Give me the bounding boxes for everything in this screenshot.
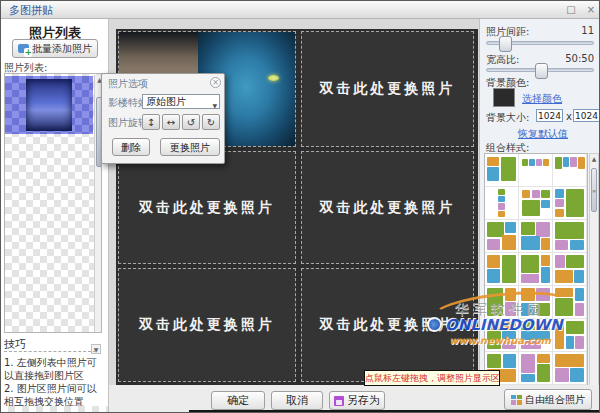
template-block xyxy=(541,190,550,198)
template-thumb[interactable] xyxy=(485,154,519,187)
free-combine-button[interactable]: 自由组合照片 xyxy=(504,389,592,410)
bg-height-input[interactable]: 1024 xyxy=(573,109,600,122)
collage-dialog-window: 多图拼贴 □ × 照片列表 批量添加照片 照片列表: ▲ 技巧 ▼ 1. 左侧列… xyxy=(0,0,600,413)
rotate-cw-button[interactable]: ↻ xyxy=(202,114,220,130)
template-block xyxy=(536,159,542,167)
batch-add-photos-button[interactable]: 批量添加照片 xyxy=(12,39,98,58)
template-thumb[interactable] xyxy=(519,253,553,286)
restore-defaults-link[interactable]: 恢复默认值 xyxy=(518,127,568,141)
template-block xyxy=(555,189,564,198)
template-thumb[interactable] xyxy=(519,319,553,352)
template-thumb[interactable] xyxy=(485,220,519,253)
photo-cell-5[interactable]: 双击此处更换照片 xyxy=(118,268,296,382)
photo-list[interactable]: ▲ xyxy=(4,73,102,333)
template-block xyxy=(487,157,500,167)
ok-button[interactable]: 确定 xyxy=(211,391,265,410)
batch-add-label: 批量添加照片 xyxy=(32,42,92,56)
template-thumb[interactable] xyxy=(519,154,553,187)
size-separator: x xyxy=(566,111,572,122)
template-block xyxy=(502,235,517,250)
template-thumb[interactable] xyxy=(553,187,587,220)
save-as-button[interactable]: 另存为 xyxy=(329,391,385,410)
photo-thumbnail[interactable] xyxy=(26,79,72,131)
photo-cell-6[interactable]: 双击此处更换照片 xyxy=(301,268,474,382)
template-thumb[interactable] xyxy=(553,352,587,385)
template-block xyxy=(566,321,584,334)
scroll-up-icon[interactable]: ▲ xyxy=(590,154,598,163)
photo-cell-2[interactable]: 双击此处更换照片 xyxy=(301,31,474,147)
template-block xyxy=(498,196,505,202)
choose-color-link[interactable]: 选择颜色 xyxy=(522,92,562,106)
template-block xyxy=(575,336,584,349)
template-block xyxy=(521,341,541,349)
navi-eye xyxy=(268,75,279,81)
template-block xyxy=(487,255,500,268)
list-item-selected[interactable] xyxy=(5,76,93,134)
template-scrollbar[interactable]: ▲ ≡ xyxy=(589,153,599,386)
scrollbar-thumb[interactable]: ≡ xyxy=(591,168,597,212)
template-thumb[interactable] xyxy=(485,286,519,319)
template-thumb[interactable] xyxy=(519,187,553,220)
photo-cell-3[interactable]: 双击此处更换照片 xyxy=(118,151,296,264)
flip-horizontal-button[interactable]: ↔ xyxy=(162,114,180,130)
template-block xyxy=(487,269,500,283)
tip-line-2: 2. 图片区照片间可以相互拖拽交换位置 xyxy=(4,382,104,408)
template-block xyxy=(498,189,505,195)
template-block xyxy=(487,239,500,251)
template-thumb[interactable] xyxy=(553,286,587,319)
template-thumb[interactable] xyxy=(553,253,587,286)
template-block xyxy=(521,303,535,316)
spacing-slider[interactable] xyxy=(486,41,594,45)
template-thumb[interactable] xyxy=(485,319,519,352)
template-thumb[interactable] xyxy=(519,352,553,385)
cell-placeholder-text: 双击此处更换照片 xyxy=(320,199,456,217)
template-block xyxy=(555,321,564,349)
replace-photo-button[interactable]: 更换照片 xyxy=(160,138,220,156)
template-block xyxy=(521,321,535,330)
template-block xyxy=(570,157,577,167)
template-thumb[interactable] xyxy=(519,220,553,253)
tips-collapse-icon[interactable]: ▼ xyxy=(91,344,101,354)
photo-cell-4[interactable]: 双击此处更换照片 xyxy=(301,151,474,264)
window-title: 多图拼贴 xyxy=(9,3,53,18)
spacing-value: 11 xyxy=(566,25,594,36)
spacing-slider-thumb[interactable] xyxy=(499,36,512,52)
delete-button[interactable]: 删除 xyxy=(112,138,150,156)
template-thumb[interactable] xyxy=(485,253,519,286)
add-photo-icon xyxy=(18,44,29,53)
template-block xyxy=(566,189,584,217)
template-block xyxy=(521,274,539,283)
template-block xyxy=(536,321,550,330)
ratio-slider-thumb[interactable] xyxy=(535,63,548,79)
dialog-close-icon[interactable]: × xyxy=(210,77,221,88)
template-thumb[interactable] xyxy=(553,319,587,352)
bg-color-swatch[interactable] xyxy=(493,88,515,107)
template-block xyxy=(487,167,500,180)
flip-vertical-button[interactable]: ↕ xyxy=(142,114,160,130)
template-thumb[interactable] xyxy=(519,286,553,319)
template-block xyxy=(555,157,562,169)
ratio-value: 50:50 xyxy=(556,53,594,64)
template-block xyxy=(555,240,568,250)
template-block xyxy=(502,341,516,349)
template-block xyxy=(555,270,573,283)
effect-dropdown[interactable]: 原始图片 ▼ xyxy=(142,94,220,109)
close-button[interactable]: × xyxy=(583,3,599,16)
template-thumb[interactable] xyxy=(553,220,587,253)
cancel-button[interactable]: 取消 xyxy=(271,391,323,410)
template-block xyxy=(578,157,584,169)
template-thumb[interactable] xyxy=(485,187,519,220)
bg-width-input[interactable]: 1024 xyxy=(536,109,563,122)
photo-list-panel: 照片列表 批量添加照片 照片列表: ▲ 技巧 ▼ 1. 左侧列表中照片可以直接拖… xyxy=(1,19,109,413)
ratio-slider[interactable] xyxy=(486,68,594,72)
floppy-disk-icon xyxy=(334,396,344,406)
free-combine-label: 自由组合照片 xyxy=(525,393,585,407)
template-block xyxy=(575,288,584,301)
rotate-ccw-button[interactable]: ↺ xyxy=(182,114,200,130)
template-block xyxy=(521,222,535,235)
template-block xyxy=(563,157,570,167)
template-block xyxy=(532,190,541,198)
template-thumb[interactable] xyxy=(553,154,587,187)
maximize-button[interactable]: □ xyxy=(563,3,579,16)
template-block xyxy=(487,288,504,316)
